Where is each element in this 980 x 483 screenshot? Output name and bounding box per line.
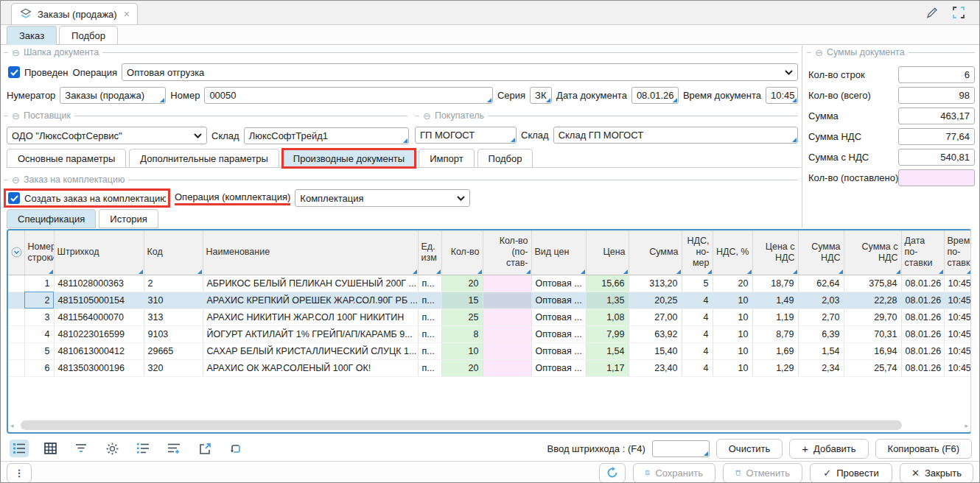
table-cell[interactable]: ЙОГУРТ АКТИЛАЙТ 1% ГРЕЙП/АП/КАРАМБ 9... [203, 325, 418, 342]
table-cell[interactable]: 15,66 [586, 275, 629, 292]
table-cell[interactable] [8, 309, 24, 325]
table-cell[interactable] [483, 359, 531, 376]
column-header[interactable]: Врем по- ставк [944, 230, 972, 275]
document-tab[interactable]: Заказы (продажа) × [11, 3, 138, 24]
table-cell[interactable]: 4 [682, 292, 713, 309]
tab-import[interactable]: Импорт [419, 149, 474, 168]
table-cell[interactable]: 2 [24, 292, 54, 309]
column-header[interactable]: Сумма с НДС [844, 230, 901, 275]
table-cell[interactable]: 4815105000154 [54, 292, 144, 309]
post-button[interactable]: ✓ Провести [810, 463, 892, 483]
table-cell[interactable]: 4 [682, 359, 713, 376]
sum-with-vat-field[interactable]: 540,81 [898, 149, 975, 166]
column-header[interactable]: Цена с НДС [752, 230, 798, 275]
table-cell[interactable]: 1,49 [752, 292, 798, 309]
qty-total-field[interactable]: 98 [898, 87, 975, 104]
tab-extra-params[interactable]: Дополнительные параметры [129, 149, 279, 168]
rows-count-field[interactable]: 6 [898, 66, 975, 83]
table-cell[interactable]: 08.01.26 [901, 292, 944, 309]
table-cell[interactable]: 10:45 [944, 292, 972, 309]
create-kit-order-checkbox[interactable] [8, 192, 20, 204]
table-cell[interactable] [8, 359, 24, 376]
table-cell[interactable]: 1 [24, 275, 54, 292]
tab-podbor[interactable]: Подбор [59, 26, 118, 45]
tab-derived-docs[interactable]: Производные документы [282, 149, 416, 168]
close-button[interactable]: ✕ Закрыть [900, 463, 973, 483]
table-cell[interactable]: 10:45 [944, 275, 972, 292]
table-cell[interactable]: 08.01.26 [901, 325, 944, 342]
table-cell[interactable]: Оптовая ... [531, 292, 586, 309]
table-cell[interactable] [8, 292, 24, 309]
table-cell[interactable]: АРАХИС ОК ЖАР.СОЛЕНЫЙ 100Г ОК! [203, 359, 418, 376]
table-cell[interactable]: 1,29 [752, 359, 798, 376]
table-cell[interactable]: 08.01.26 [901, 309, 944, 325]
table-cell[interactable]: 8,79 [752, 325, 798, 342]
tab-main-params[interactable]: Основные параметры [7, 149, 126, 168]
column-header[interactable]: Цена [586, 230, 629, 275]
tab-zakaz[interactable]: Заказ [7, 26, 57, 45]
table-cell[interactable]: 1,54 [798, 342, 844, 359]
table-cell[interactable]: п... [418, 359, 441, 376]
table-cell[interactable]: п... [418, 275, 441, 292]
buyer-field[interactable]: ГП МОГОСТ [415, 127, 517, 144]
tab-specification[interactable]: Спецификация [7, 209, 96, 228]
table-cell[interactable] [8, 342, 24, 359]
table-cell[interactable] [483, 342, 531, 359]
table-cell[interactable]: 4 [682, 309, 713, 325]
scrollbar-thumb[interactable] [21, 420, 902, 430]
table-cell[interactable]: 4811564000070 [54, 309, 144, 325]
qty-supplied-field[interactable] [898, 169, 975, 186]
table-cell[interactable]: 9103 [144, 325, 203, 342]
table-cell[interactable]: 10 [441, 342, 483, 359]
table-cell[interactable]: 1,19 [752, 309, 798, 325]
table-cell[interactable]: 20 [441, 359, 483, 376]
tab-history[interactable]: История [99, 209, 158, 228]
settings-gear-icon[interactable] [102, 440, 122, 457]
barcode-input[interactable] [652, 440, 710, 457]
reload-loop-icon[interactable] [226, 440, 245, 457]
doc-time-field[interactable]: 10:45 [766, 87, 798, 104]
table-cell[interactable]: 1,54 [586, 342, 629, 359]
column-header[interactable]: Штрихкод [54, 230, 144, 275]
column-header[interactable]: Дата по- ставки [901, 230, 944, 275]
table-cell[interactable]: 2 [144, 275, 203, 292]
horizontal-scrollbar[interactable]: ◂ ▸ [10, 420, 968, 430]
table-cell[interactable]: 313,20 [629, 275, 682, 292]
table-row[interactable]: 148110280003632АБРИКОС БЕЛЫЙ ПЕЛИКАН СУШ… [8, 275, 972, 292]
cancel-button[interactable]: Отменить [723, 463, 802, 483]
scroll-right-icon[interactable]: ▸ [965, 422, 968, 429]
add-button[interactable]: +Добавить [789, 439, 868, 459]
table-cell[interactable]: 63,92 [629, 325, 682, 342]
vertical-scrollbar[interactable] [970, 229, 978, 434]
table-cell[interactable]: 1,17 [586, 359, 629, 376]
table-cell[interactable]: 08.01.26 [901, 359, 944, 376]
table-cell[interactable]: 2,70 [798, 309, 844, 325]
table-cell[interactable] [483, 275, 531, 292]
table-cell[interactable]: 70,31 [844, 325, 901, 342]
operation-select[interactable]: Оптовая отгрузка [122, 63, 798, 81]
table-cell[interactable]: 5 [682, 275, 713, 292]
table-row[interactable]: 448102230165999103ЙОГУРТ АКТИЛАЙТ 1% ГРЕ… [8, 325, 972, 342]
table-cell[interactable]: 10:45 [944, 325, 972, 342]
table-row[interactable]: 34811564000070313АРАХИС НИКИТИН ЖАР.СОЛ … [8, 309, 972, 325]
table-cell[interactable]: 10 [713, 359, 752, 376]
add-rows-icon[interactable] [164, 440, 183, 457]
clear-button[interactable]: Очистить [716, 439, 783, 459]
number-field[interactable]: 00050 [204, 87, 493, 104]
table-cell[interactable]: 20 [441, 275, 483, 292]
table-cell[interactable]: 3 [24, 309, 54, 325]
collapse-icon[interactable]: ⊖ [12, 111, 20, 121]
table-cell[interactable]: 10 [713, 292, 752, 309]
fullscreen-icon[interactable] [951, 5, 966, 20]
table-cell[interactable]: п... [418, 309, 441, 325]
table-row[interactable]: 64813503000196320АРАХИС ОК ЖАР.СОЛЕНЫЙ 1… [8, 359, 972, 376]
table-cell[interactable]: 27,00 [629, 309, 682, 325]
table-cell[interactable]: 08.01.26 [901, 342, 944, 359]
table-cell[interactable]: 22,28 [844, 292, 901, 309]
select-all-header[interactable] [8, 230, 24, 275]
table-cell[interactable]: п... [418, 342, 441, 359]
table-cell[interactable]: 2,03 [798, 292, 844, 309]
table-cell[interactable]: 310 [144, 292, 203, 309]
table-cell[interactable]: АБРИКОС БЕЛЫЙ ПЕЛИКАН СУШЕНЫЙ 200Г ... [203, 275, 418, 292]
tab-podbor-params[interactable]: Подбор [477, 149, 533, 168]
